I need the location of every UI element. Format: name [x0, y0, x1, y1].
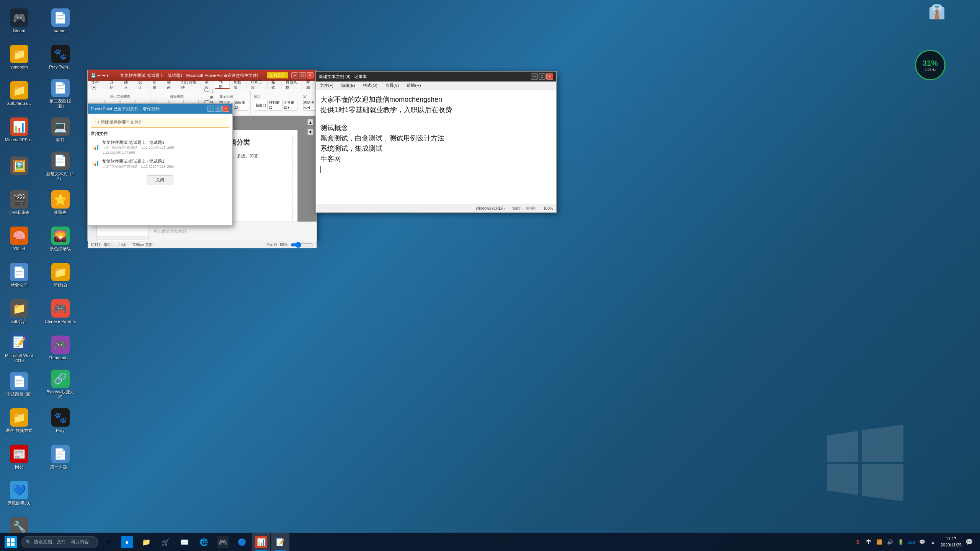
desktop-icon-chinese-parents[interactable]: 🎮 Chinese Parents: [43, 295, 78, 329]
taskbar-taskview-btn[interactable]: ⧉: [100, 533, 118, 551]
desktop-icon-yangbem[interactable]: 📁 yangbem: [2, 40, 36, 75]
desktop-icon-xmind[interactable]: 🧠 XMind: [2, 222, 36, 256]
expand-tray-icon[interactable]: ▲: [928, 538, 938, 547]
desktop-icon-prey[interactable]: 🐾 Prey: [43, 404, 78, 438]
taskbar-clock[interactable]: 11:17 2020/11/25: [941, 536, 962, 548]
dialog-maximize-btn[interactable]: □: [215, 106, 222, 112]
ppt-tab-format[interactable]: 格式: [268, 81, 282, 89]
desktop-icon-bypass[interactable]: 🔗 Bypass-快捷方式: [43, 367, 78, 402]
ppt-close-btn[interactable]: ✕: [307, 72, 314, 78]
desktop-icon-a683[interactable]: 📁 a683fadSa...: [2, 77, 36, 111]
desktop-icon-adb[interactable]: 📁 adb合合: [2, 295, 36, 329]
notepad-content-area[interactable]: 大家不懂的欢迎加微信momochengshen 提供1对1零基础就业教学，入职以…: [316, 90, 556, 204]
taskbar-store-btn[interactable]: 🛒: [156, 533, 175, 551]
360-tray-icon[interactable]: 360: [907, 538, 916, 547]
desktop-icon-aihao[interactable]: 💙 爱恩助手7.0: [2, 476, 36, 511]
notepad-minimize-btn[interactable]: ─: [531, 73, 538, 80]
cpu-percent-text: 31%: [923, 59, 938, 68]
ppt-icon-redo[interactable]: ↪: [102, 73, 105, 78]
volume-icon[interactable]: 🔊: [885, 538, 895, 547]
ppt-tab-file[interactable]: 文件(F): [88, 81, 106, 89]
battery-icon[interactable]: 🔋: [896, 538, 905, 547]
taskbar-mail-btn[interactable]: ✉️: [175, 533, 194, 551]
ppt-icon-more[interactable]: ▾: [106, 73, 109, 78]
ppt-tab-animations[interactable]: 动画: [163, 81, 177, 89]
desktop-icon-test-new[interactable]: 📄 测试题目 (新): [2, 367, 36, 402]
scroll-down-btn[interactable]: ▼: [307, 129, 314, 135]
ppt-tab-review[interactable]: 审阅: [201, 81, 215, 89]
desktop-icon-new-text12[interactable]: 📄 新建文本文（12）: [43, 149, 78, 184]
toolbar-macro-btn[interactable]: 移除演示分: [303, 100, 317, 111]
desktop-icon-steam[interactable]: 🎮 Steam: [2, 4, 36, 38]
desktop-icon-news[interactable]: 📰 网易: [2, 440, 36, 474]
desktop-icon-smallvideo[interactable]: 🎬 小姐私密家: [2, 186, 36, 220]
ppt-tab-insert[interactable]: 插入: [120, 81, 134, 89]
taskbar-ppt-btn[interactable]: 📊: [252, 533, 270, 551]
desktop-icon-software[interactable]: 💻 软件: [43, 113, 78, 147]
ppt-tab-design[interactable]: 设计: [134, 81, 149, 89]
dialog-file-1[interactable]: 📊 复复软件测试-笔试题上 - 笔试题1 上次 "自动保存" 时间是：1:12 …: [91, 138, 229, 157]
scroll-up-btn[interactable]: ▲: [307, 119, 314, 125]
toolbar-split-btn[interactable]: 切换窗口▾: [284, 100, 297, 111]
network-icon[interactable]: 📶: [875, 538, 884, 547]
ppt-tab-slideshow[interactable]: 幻灯片放映: [177, 81, 201, 89]
desktop-icon-photo[interactable]: 🖼️: [2, 149, 36, 184]
desktop-icon-prey-typh[interactable]: 🐾 Prey Typh...: [43, 40, 78, 75]
dialog-close-btn[interactable]: ✕: [222, 106, 229, 112]
desktop-icon-remnant[interactable]: 🎮 Remnant-...: [43, 331, 78, 365]
ppt-tab-page[interactable]: 页面风格: [282, 81, 302, 89]
ppt-tab-home[interactable]: 开始: [106, 81, 120, 89]
ppt-zoom-slider[interactable]: [291, 242, 314, 248]
notepad-menu-file[interactable]: 文件(F): [318, 82, 335, 89]
taskbar-notepad-btn[interactable]: 📝: [271, 533, 289, 551]
ppt-tab-transitions[interactable]: 切换: [149, 81, 163, 89]
toolbar-ruler-check[interactable]: [204, 89, 209, 92]
taskbar-browser-btn[interactable]: 🌐: [194, 533, 213, 551]
ppt-title-text: 复复软件测试-笔试题上 - 笔试题1 - Microsoft PowerPoin…: [112, 73, 267, 78]
ppt-maximize-btn[interactable]: □: [299, 72, 306, 78]
toolbar-arrange-btn[interactable]: 排列窗口: [269, 100, 283, 111]
notepad-menu-edit[interactable]: 编辑(E): [340, 82, 357, 89]
ppt-tab-help[interactable]: 帮助: [302, 81, 317, 89]
notepad-menu-format[interactable]: 格式(O): [361, 82, 379, 89]
desktop-icon-word[interactable]: 📝 Microsoft Word 2010: [2, 331, 36, 365]
sougou-icon[interactable]: S: [853, 538, 862, 547]
dialog-minimize-btn[interactable]: ─: [207, 106, 214, 112]
dialog-close-button[interactable]: 关闭: [147, 175, 173, 184]
desktop-icon-second-lesson[interactable]: 📄 第二课题12（新）: [43, 77, 78, 111]
ppt-icon-save[interactable]: 💾: [91, 73, 96, 78]
desktop-icon-ms-ppt[interactable]: 📊 MicrosoftPPo...: [2, 113, 36, 147]
chat-tray-icon[interactable]: 💬: [918, 538, 927, 547]
toolbar-newwin-btn[interactable]: 新窗口: [254, 100, 268, 111]
ppt-tab-view[interactable]: 视图: [215, 81, 229, 89]
desktop-icon-course[interactable]: 📁 课件-快捷方式: [2, 404, 36, 438]
desktop-icon-edu[interactable]: ⭐ 收藏夹: [43, 186, 78, 220]
desktop-icon-first-lesson[interactable]: 📄 第一课题...: [43, 440, 78, 474]
notepad-menu-help[interactable]: 帮助(H): [405, 82, 422, 89]
yangbem-icon: 📁: [10, 45, 28, 63]
toolbar-fit-btn[interactable]: 适应窗口: [234, 100, 248, 111]
ppt-tab-addons[interactable]: 加载项: [230, 81, 247, 89]
taskbar-edge-btn[interactable]: e: [118, 533, 136, 551]
notepad-close-btn[interactable]: ✕: [546, 73, 553, 80]
language-indicator[interactable]: 中: [864, 538, 873, 547]
desktop-icon-banner[interactable]: 📄 banner: [43, 4, 78, 38]
taskbar-chrome-btn[interactable]: 🔵: [233, 533, 251, 551]
taskbar-steam-btn[interactable]: 🎮: [214, 533, 232, 551]
taskbar-start-btn[interactable]: [2, 533, 20, 551]
ppt-icon-undo[interactable]: ↩: [97, 73, 101, 78]
action-center-btn[interactable]: 💬: [965, 538, 974, 547]
slide-thumb-5[interactable]: 5 幻灯片5: [96, 239, 147, 241]
desktop-icon-new-text2[interactable]: 📁 新建(2): [43, 258, 78, 293]
ppt-minimize-btn[interactable]: ─: [291, 72, 298, 78]
notepad-menu-view[interactable]: 查看(V): [384, 82, 401, 89]
desktop-icon-landscape[interactable]: 🌄 景色战场战: [43, 222, 78, 256]
ppt-notes-placeholder[interactable]: 单击此处添加备注: [154, 228, 187, 234]
taskbar-explorer-btn[interactable]: 📁: [137, 533, 155, 551]
ppt-tab-pdf[interactable]: PDF工具: [247, 81, 268, 89]
desktop-icon-employment[interactable]: 📄 就业合同: [2, 258, 36, 293]
notepad-line-1: 大家不懂的欢迎加微信momochengshen: [320, 95, 552, 105]
notepad-maximize-btn[interactable]: □: [539, 73, 546, 80]
dialog-file-2[interactable]: 📊 复复软件测试-笔试题上 - 笔试题1 上次 "自动保存" 时间是：1:11 …: [91, 157, 229, 171]
taskbar-search-box[interactable]: 🔍 搜索文档、文件、网页内容: [21, 536, 98, 548]
